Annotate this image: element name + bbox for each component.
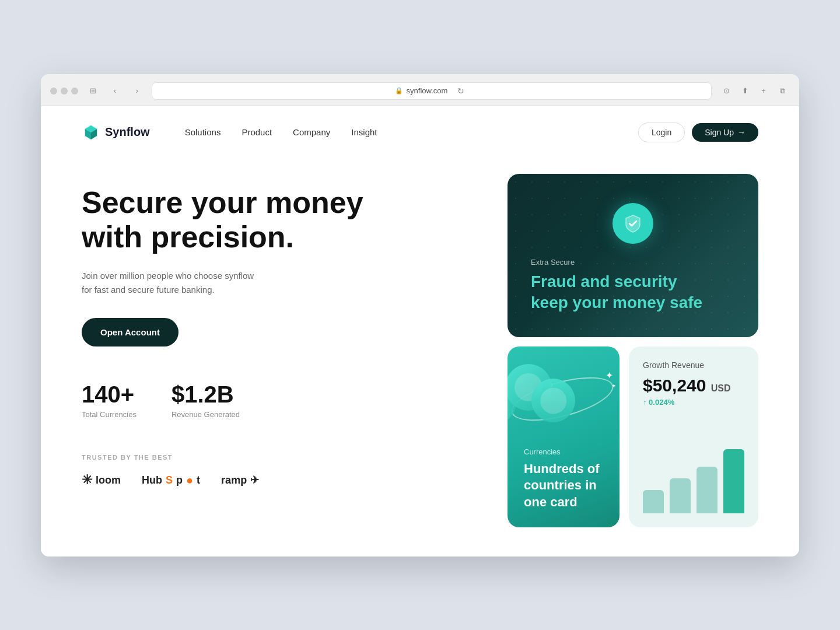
nav-solutions[interactable]: Solutions	[185, 127, 221, 137]
bar-3	[696, 467, 718, 513]
page-content: Synflow Solutions Product Company Insigh…	[41, 106, 799, 556]
lock-icon: 🔒	[395, 87, 403, 94]
dot-close	[50, 88, 57, 94]
new-tab-button[interactable]: +	[756, 83, 771, 99]
trust-heading: TRUSTED BY THE BEST	[82, 454, 473, 461]
logo-link[interactable]: Synflow	[82, 123, 150, 142]
loom-icon: ✳	[82, 473, 92, 488]
coin-3-inner	[536, 383, 571, 418]
trust-loom: ✳ loom	[82, 473, 121, 488]
stat-currencies-label: Total Currencies	[82, 410, 136, 419]
nav-insight[interactable]: Insight	[351, 127, 377, 137]
currencies-title-line2: countries in one card	[524, 478, 597, 509]
ramp-text: ramp	[221, 474, 247, 487]
nav-product[interactable]: Product	[242, 127, 272, 137]
currencies-title-line1: Hundreds of	[524, 461, 600, 476]
forward-button[interactable]: ›	[130, 83, 145, 99]
shield-icon-wrapper	[612, 203, 653, 244]
browser-window: ⊞ ‹ › 🔒 synflow.com ↻ ⊙ ⬆ + ⧉ Sy	[41, 74, 799, 556]
currencies-card: ✦ ✦ Currencies Hundreds of countries in …	[508, 346, 620, 527]
browser-dots	[50, 88, 78, 94]
logo-icon	[82, 123, 100, 142]
trust-hubspot: HubSp●t	[142, 474, 200, 487]
address-bar[interactable]: 🔒 synflow.com ↻	[152, 82, 712, 100]
open-account-button[interactable]: Open Account	[82, 318, 178, 346]
sparkle-small-icon: ✦	[611, 383, 616, 389]
shield-check-icon	[622, 213, 643, 234]
dot-minimize	[61, 88, 68, 94]
refresh-button[interactable]: ↻	[453, 83, 468, 99]
signup-button[interactable]: Sign Up →	[692, 123, 758, 142]
stat-currencies: 140+ Total Currencies	[82, 382, 136, 419]
signup-label: Sign Up	[705, 128, 734, 137]
dot-maximize	[71, 88, 78, 94]
signup-arrow-icon: →	[737, 128, 746, 137]
security-title-line1: Fraud and security	[531, 272, 677, 290]
loom-text: loom	[96, 474, 121, 487]
security-title-line2: keep your money safe	[531, 293, 702, 312]
revenue-card: Growth Revenue $50,240 USD ↑ 0.024%	[629, 346, 758, 527]
share-button[interactable]: ⬆	[737, 83, 752, 99]
tabs-button[interactable]: ⧉	[775, 83, 790, 99]
sidebar-toggle-button[interactable]: ⊞	[85, 83, 100, 99]
stat-revenue: $1.2B Revenue Generated	[172, 382, 240, 419]
hero-title: Secure your money with precision.	[82, 186, 473, 256]
hero-right: Extra Secure Fraud and security keep you…	[508, 174, 758, 527]
security-card-title: Fraud and security keep your money safe	[531, 271, 735, 314]
logo-text: Synflow	[105, 125, 150, 139]
hero-subtitle: Join over million people who choose synf…	[82, 269, 303, 297]
bar-1	[643, 490, 664, 513]
security-card: Extra Secure Fraud and security keep you…	[508, 174, 758, 337]
hero-left: Secure your money with precision. Join o…	[82, 174, 473, 488]
revenue-label: Growth Revenue	[643, 360, 744, 370]
trust-section: TRUSTED BY THE BEST ✳ loom HubSp●t ramp …	[82, 454, 473, 488]
stat-currencies-value: 140+	[82, 382, 136, 408]
revenue-growth: ↑ 0.024%	[643, 398, 744, 407]
stats-section: 140+ Total Currencies $1.2B Revenue Gene…	[82, 382, 473, 419]
hubspot-spot: S	[166, 474, 173, 487]
bar-2	[670, 478, 691, 513]
nav-company[interactable]: Company	[293, 127, 330, 137]
bottom-cards: ✦ ✦ Currencies Hundreds of countries in …	[508, 346, 758, 527]
nav-links: Solutions Product Company Insight	[185, 127, 615, 137]
browser-chrome: ⊞ ‹ › 🔒 synflow.com ↻ ⊙ ⬆ + ⧉	[41, 74, 799, 106]
revenue-value: $50,240	[643, 376, 706, 395]
browser-actions: ⊙ ⬆ + ⧉	[719, 83, 790, 99]
login-button[interactable]: Login	[638, 123, 685, 142]
bar-4	[723, 449, 744, 513]
hubspot-dot: ●	[186, 474, 193, 487]
revenue-bar-chart	[643, 443, 744, 513]
stat-revenue-value: $1.2B	[172, 382, 240, 408]
sparkles: ✦ ✦	[606, 370, 616, 389]
nav-actions: Login Sign Up →	[638, 123, 758, 142]
trust-logos: ✳ loom HubSp●t ramp ✈	[82, 473, 473, 488]
url-text: synflow.com	[407, 86, 448, 95]
hero-title-line2: with precision.	[82, 220, 294, 254]
ramp-icon: ✈	[250, 474, 259, 487]
trust-ramp: ramp ✈	[221, 474, 259, 487]
stat-revenue-label: Revenue Generated	[172, 410, 240, 419]
sparkle-icon: ✦	[606, 370, 616, 381]
coins-visual: ✦ ✦	[508, 358, 620, 446]
hubspot-text: Hub	[142, 474, 162, 487]
revenue-currency: USD	[711, 383, 731, 393]
revenue-amount: $50,240 USD	[643, 376, 744, 396]
security-card-tag: Extra Secure	[531, 258, 735, 267]
hero-section: Secure your money with precision. Join o…	[82, 156, 758, 527]
back-button[interactable]: ‹	[107, 83, 123, 99]
currencies-card-title: Hundreds of countries in one card	[524, 461, 603, 511]
hero-title-line1: Secure your money	[82, 186, 363, 219]
downloads-button[interactable]: ⊙	[719, 83, 734, 99]
navbar: Synflow Solutions Product Company Insigh…	[82, 106, 758, 156]
currencies-card-tag: Currencies	[524, 447, 603, 456]
